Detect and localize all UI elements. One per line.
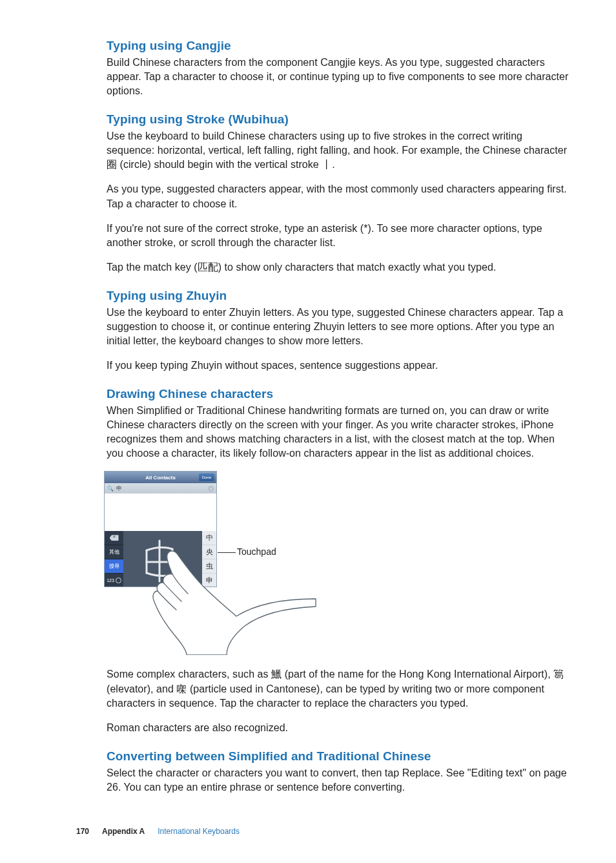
backspace-icon <box>110 535 119 541</box>
para-drawing-2: Some complex characters, such as 鱲 (part… <box>107 667 571 710</box>
phone-mock: All Contacts Done 🔍 申 × 其他 搜尋 123 <box>104 471 217 587</box>
touchpad-area <box>123 531 202 587</box>
globe-icon <box>116 577 121 583</box>
suggestion-1: 中 <box>202 531 216 545</box>
navbar: All Contacts Done <box>105 472 216 483</box>
para-stroke-4: Tap the match key (匹配) to show only char… <box>107 260 571 275</box>
heading-drawing: Drawing Chinese characters <box>107 387 571 401</box>
para-cangjie-1: Build Chinese characters from the compon… <box>107 56 571 98</box>
callout-line <box>218 552 236 553</box>
para-stroke-1: Use the keyboard to build Chinese charac… <box>107 129 571 172</box>
heading-zhuyin: Typing using Zhuyin <box>107 289 571 303</box>
contact-list <box>105 494 216 531</box>
para-drawing-3: Roman characters are also recognized. <box>107 721 571 735</box>
handwriting-figure: All Contacts Done 🔍 申 × 其他 搜尋 123 <box>104 471 349 652</box>
suggestion-4: 申 <box>202 573 216 587</box>
para-drawing-1: When Simplified or Traditional Chinese h… <box>107 404 571 461</box>
heading-stroke: Typing using Stroke (Wubihua) <box>107 112 571 127</box>
done-button: Done <box>199 473 214 481</box>
other-key: 其他 <box>105 545 123 559</box>
backspace-key <box>105 531 123 545</box>
callout-touchpad: Touchpad <box>237 546 276 557</box>
para-stroke-2: As you type, suggested characters appear… <box>107 182 571 211</box>
navbar-title: All Contacts <box>145 475 176 481</box>
para-zhuyin-2: If you keep typing Zhuyin without spaces… <box>107 359 571 373</box>
para-zhuyin-1: Use the keyboard to enter Zhuyin letters… <box>107 306 571 348</box>
handwriting-keyboard: 其他 搜尋 123 <box>105 531 216 587</box>
search-key: 搜尋 <box>105 559 123 573</box>
search-bar: 🔍 申 × <box>105 483 216 494</box>
para-stroke-3: If you're not sure of the correct stroke… <box>107 222 571 250</box>
appendix-label: Appendix A <box>102 827 145 836</box>
heading-cangjie: Typing using Cangjie <box>107 39 571 53</box>
para-convert-1: Select the character or characters you w… <box>107 766 571 795</box>
breadcrumb: International Keyboards <box>158 827 240 836</box>
suggestion-column: 中 央 虫 申 <box>202 531 216 587</box>
suggestion-3: 虫 <box>202 559 216 573</box>
heading-convert: Converting between Simplified and Tradit… <box>107 749 571 764</box>
search-text: 申 <box>116 484 122 493</box>
search-icon: 🔍 <box>107 486 114 492</box>
suggestion-2: 央 <box>202 545 216 559</box>
page-footer: 170 Appendix A International Keyboards <box>0 827 616 836</box>
numbers-key: 123 <box>105 573 123 587</box>
page-number: 170 <box>76 827 89 836</box>
keyboard-left-column: 其他 搜尋 123 <box>105 531 123 587</box>
drawn-character-icon <box>123 531 202 587</box>
clear-icon: × <box>208 486 214 492</box>
